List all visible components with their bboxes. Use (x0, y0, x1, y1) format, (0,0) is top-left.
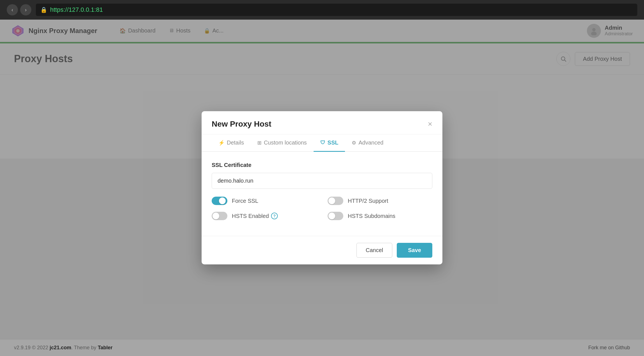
hsts-help-icon[interactable]: ? (271, 213, 278, 219)
force-ssl-toggle[interactable] (212, 197, 227, 205)
tab-details-label: Details (227, 139, 244, 146)
save-button[interactable]: Save (397, 243, 432, 258)
tab-custom-locations-label: Custom locations (264, 139, 307, 146)
tab-advanced-label: Advanced (358, 139, 383, 146)
details-tab-icon: ⚡ (218, 140, 225, 146)
ssl-toggles: Force SSL HTTP/2 Support (212, 197, 432, 220)
forward-button[interactable]: › (20, 4, 31, 15)
modal-title: New Proxy Host (212, 120, 271, 134)
new-proxy-host-modal: New Proxy Host × ⚡ Details ⊞ Custom loca… (202, 111, 442, 264)
modal-footer: Cancel Save (202, 236, 442, 264)
tab-ssl[interactable]: 🛡 SSL (314, 134, 345, 152)
hsts-enabled-label: HSTS Enabled ? (232, 213, 278, 219)
browser-chrome: ‹ › 🔒 https://127.0.0.1:81 (0, 0, 644, 20)
advanced-tab-icon: ⚙ (352, 140, 356, 146)
toggle-row-hsts-subdomains: HSTS Subdomains (328, 212, 432, 220)
toggle-row-http2: HTTP/2 Support (328, 197, 432, 205)
toggle-row-force-ssl: Force SSL (212, 197, 316, 205)
browser-nav: ‹ › (7, 4, 31, 15)
hsts-subdomains-toggle[interactable] (328, 212, 343, 220)
hsts-enabled-toggle[interactable] (212, 212, 227, 220)
hsts-subdomains-label: HSTS Subdomains (348, 213, 395, 219)
url-text: https://127.0.0.1:81 (50, 6, 103, 13)
custom-locations-tab-icon: ⊞ (257, 140, 262, 146)
tab-custom-locations[interactable]: ⊞ Custom locations (251, 134, 313, 152)
force-ssl-label: Force SSL (232, 198, 258, 204)
modal-tabs: ⚡ Details ⊞ Custom locations 🛡 SSL ⚙ Adv… (202, 134, 442, 152)
tab-advanced[interactable]: ⚙ Advanced (345, 134, 390, 152)
modal-header: New Proxy Host × (202, 111, 442, 134)
http2-support-toggle[interactable] (328, 197, 343, 205)
ssl-cert-label: SSL Certificate (212, 162, 432, 168)
back-button[interactable]: ‹ (7, 4, 18, 15)
modal-close-button[interactable]: × (428, 120, 432, 134)
ssl-cert-input[interactable] (212, 173, 432, 189)
lock-icon: 🔒 (40, 6, 47, 13)
modal-overlay: New Proxy Host × ⚡ Details ⊞ Custom loca… (0, 20, 644, 356)
modal-body: SSL Certificate Force SSL (202, 152, 442, 236)
url-bar[interactable]: 🔒 https://127.0.0.1:81 (36, 4, 637, 16)
http2-support-label: HTTP/2 Support (348, 198, 388, 204)
tab-details[interactable]: ⚡ Details (212, 134, 251, 152)
toggle-row-hsts-enabled: HSTS Enabled ? (212, 212, 316, 220)
ssl-tab-icon: 🛡 (320, 140, 325, 146)
tab-ssl-label: SSL (328, 139, 339, 146)
cancel-button[interactable]: Cancel (356, 243, 392, 258)
app-background: Nginx Proxy Manager 🏠 Dashboard 🖥 Hosts … (0, 20, 644, 356)
